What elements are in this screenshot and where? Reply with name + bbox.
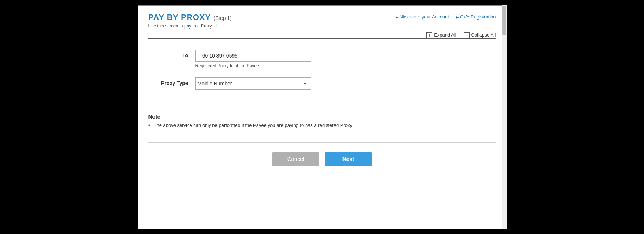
to-label: To (148, 50, 195, 58)
title-block: PAY BY PROXY (Step 1) Use this screen to… (148, 13, 232, 29)
pay-by-proxy-title: PAY BY PROXY (148, 13, 211, 22)
button-row: Cancel Next (138, 143, 507, 175)
main-panel: PAY BY PROXY (Step 1) Use this screen to… (138, 5, 507, 229)
nickname-link[interactable]: Nickname your Account (396, 14, 449, 20)
to-input-block: Registered Proxy Id of the Payee (195, 50, 311, 68)
next-button[interactable]: Next (325, 152, 372, 166)
note-list: The above service can only be performed … (148, 123, 496, 128)
page-subtitle: Use this screen to pay to a Proxy Id (148, 24, 232, 29)
to-hint: Registered Proxy Id of the Payee (195, 63, 311, 68)
collapse-all-button[interactable]: − Collapse All (464, 32, 496, 38)
expand-collapse-row: + Expand All − Collapse All (148, 32, 496, 38)
scrollbar[interactable] (502, 5, 507, 229)
step-label: (Step 1) (214, 15, 232, 21)
to-input[interactable] (195, 50, 311, 62)
expand-all-label: Expand All (434, 32, 456, 38)
gva-link[interactable]: GVA Registration (456, 14, 496, 20)
note-item: The above service can only be performed … (148, 123, 496, 128)
proxy-type-input-block: Mobile Number IC Number Email Business R… (195, 77, 311, 90)
note-title: Note (148, 114, 496, 120)
collapse-icon: − (464, 32, 470, 38)
cancel-button[interactable]: Cancel (272, 152, 319, 166)
expand-icon: + (426, 32, 432, 38)
header-links: Nickname your Account GVA Registration (396, 14, 496, 20)
header-top: PAY BY PROXY (Step 1) Use this screen to… (148, 13, 496, 29)
proxy-type-row: Proxy Type Mobile Number IC Number Email… (148, 77, 496, 90)
note-section: Note The above service can only be perfo… (138, 106, 507, 135)
collapse-all-label: Collapse All (471, 32, 496, 38)
proxy-type-label: Proxy Type (148, 77, 195, 86)
page-title: PAY BY PROXY (Step 1) (148, 13, 232, 22)
to-row: To Registered Proxy Id of the Payee (148, 50, 496, 68)
scrollbar-thumb (502, 6, 506, 35)
form-area: To Registered Proxy Id of the Payee Prox… (138, 39, 507, 106)
expand-all-button[interactable]: + Expand All (426, 32, 456, 38)
header: PAY BY PROXY (Step 1) Use this screen to… (138, 6, 507, 38)
proxy-type-select[interactable]: Mobile Number IC Number Email Business R… (195, 77, 311, 90)
